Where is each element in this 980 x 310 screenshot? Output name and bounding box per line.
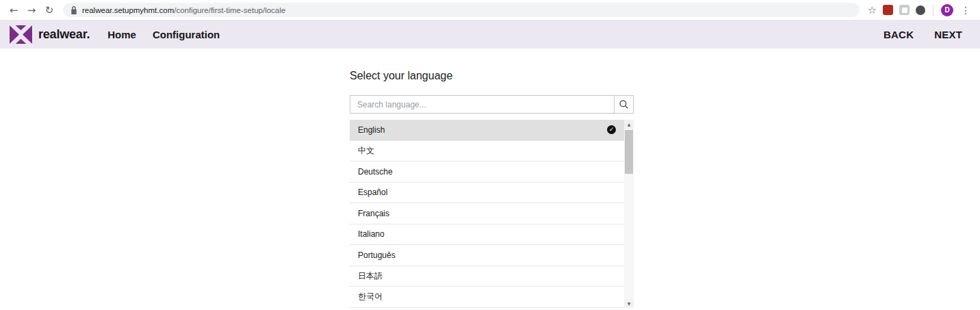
list-item-label: Italiano bbox=[358, 229, 385, 239]
next-button[interactable]: NEXT bbox=[934, 29, 962, 40]
scrollbar-thumb[interactable] bbox=[625, 130, 633, 174]
list-item-korean[interactable]: 한국어 bbox=[350, 287, 624, 308]
list-item-label: Português bbox=[358, 250, 396, 260]
search-input[interactable] bbox=[350, 95, 615, 114]
list-item-label: Français bbox=[358, 209, 389, 218]
list-item-japanese[interactable]: 日本語 bbox=[350, 266, 624, 287]
back-button[interactable]: BACK bbox=[884, 29, 914, 40]
lock-icon bbox=[70, 6, 77, 14]
realwear-logo-icon bbox=[10, 25, 32, 44]
list-item-portuguese[interactable]: Português bbox=[350, 245, 624, 266]
list-item-spanish[interactable]: Español bbox=[350, 183, 624, 204]
refresh-icon[interactable]: ↻ bbox=[41, 2, 57, 18]
scrollbar[interactable]: ▲ ▼ bbox=[624, 120, 634, 308]
profile-avatar[interactable]: D bbox=[941, 4, 953, 16]
nav-item-home[interactable]: Home bbox=[107, 29, 136, 40]
list-item-german[interactable]: Deutsche bbox=[350, 162, 624, 183]
selected-check-icon: ✓ bbox=[607, 125, 616, 134]
scrollbar-down-icon[interactable]: ▼ bbox=[624, 299, 634, 308]
bookmark-star-icon[interactable]: ☆ bbox=[868, 4, 877, 16]
language-panel: Select your language English ✓ 中文 Deutsc… bbox=[350, 70, 634, 308]
list-item-label: Español bbox=[358, 188, 387, 197]
search-icon bbox=[619, 99, 629, 109]
nav-item-configuration[interactable]: Configuration bbox=[153, 29, 220, 40]
url-text: realwear.setupmyhmt.com/configure/first-… bbox=[82, 6, 285, 14]
url-domain: realwear.setupmyhmt.com bbox=[82, 6, 174, 14]
extension-icon-circle[interactable] bbox=[916, 5, 925, 15]
list-item-label: English bbox=[358, 125, 385, 135]
extension-icon-red[interactable] bbox=[883, 5, 893, 15]
address-bar[interactable]: realwear.setupmyhmt.com/configure/first-… bbox=[63, 3, 860, 17]
url-path: /configure/first-time-setup/locale bbox=[174, 6, 285, 14]
scrollbar-up-icon[interactable]: ▲ bbox=[624, 120, 634, 129]
language-list: English ✓ 中文 Deutsche Español Français I… bbox=[350, 120, 634, 308]
list-item-chinese[interactable]: 中文 bbox=[350, 141, 624, 162]
list-item-italian[interactable]: Italiano bbox=[350, 224, 624, 246]
list-item-label: 中文 bbox=[358, 145, 374, 157]
search-button[interactable] bbox=[615, 95, 634, 114]
list-item-label: 日本語 bbox=[358, 270, 383, 282]
browser-menu-icon[interactable]: ⋮ bbox=[959, 5, 972, 16]
list-item-label: 한국어 bbox=[358, 291, 383, 302]
browser-actions: ☆ D ⋮ bbox=[865, 4, 975, 16]
divider bbox=[933, 5, 933, 16]
app-nav: Home Configuration bbox=[107, 29, 220, 40]
brand-text: realwear. bbox=[38, 27, 90, 42]
browser-toolbar: ← → ↻ realwear.setupmyhmt.com/configure/… bbox=[0, 0, 980, 21]
forward-icon[interactable]: → bbox=[23, 2, 40, 18]
list-item-english[interactable]: English ✓ bbox=[350, 120, 624, 141]
list-item-french[interactable]: Français bbox=[350, 203, 624, 224]
language-rows: English ✓ 中文 Deutsche Español Français I… bbox=[350, 120, 624, 308]
back-icon[interactable]: ← bbox=[5, 2, 22, 18]
list-item-label: Deutsche bbox=[358, 167, 393, 177]
wizard-actions: BACK NEXT bbox=[884, 29, 962, 40]
page-title: Select your language bbox=[350, 70, 634, 82]
search-row bbox=[350, 95, 634, 114]
extension-icon-grey[interactable] bbox=[899, 5, 910, 15]
app-header: realwear. Home Configuration BACK NEXT bbox=[0, 21, 980, 49]
